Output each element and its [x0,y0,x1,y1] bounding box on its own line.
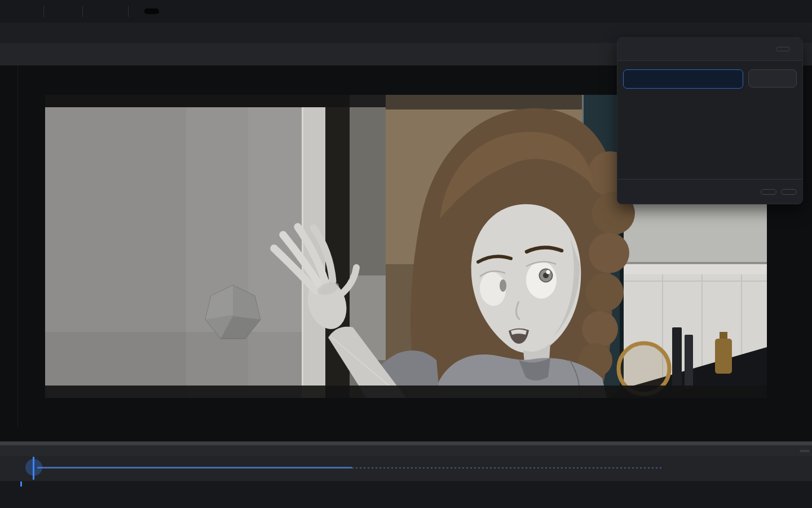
audio-waveform [37,467,352,468]
playhead[interactable] [33,457,34,480]
divider [82,6,83,17]
add-current-button[interactable] [623,69,743,89]
playlist-controls [617,61,802,89]
export-otio-button[interactable] [781,189,797,195]
playlist-panel [617,37,803,204]
spacer [20,6,21,17]
loop-mode-select[interactable] [748,69,797,87]
timeline [0,456,812,481]
timecode-display[interactable] [144,8,159,14]
export-edl-button[interactable] [761,189,776,195]
left-wall [45,95,350,398]
playlist-footer [617,179,802,204]
audio-waveform-tail [352,467,662,468]
left-panel-divider [17,65,18,427]
application-window [0,0,812,508]
playlist-off-button[interactable] [776,47,790,51]
divider [43,6,44,17]
divider [128,6,129,17]
playlist-empty-state [617,116,802,132]
frame-indicator [0,485,812,495]
cache-clear-button[interactable] [800,450,810,452]
playlist-header [617,38,802,61]
playlist-export-group [761,189,797,195]
cache-progress-bar [0,441,812,445]
cache-status-row [0,445,812,456]
top-toolbar [0,0,812,23]
